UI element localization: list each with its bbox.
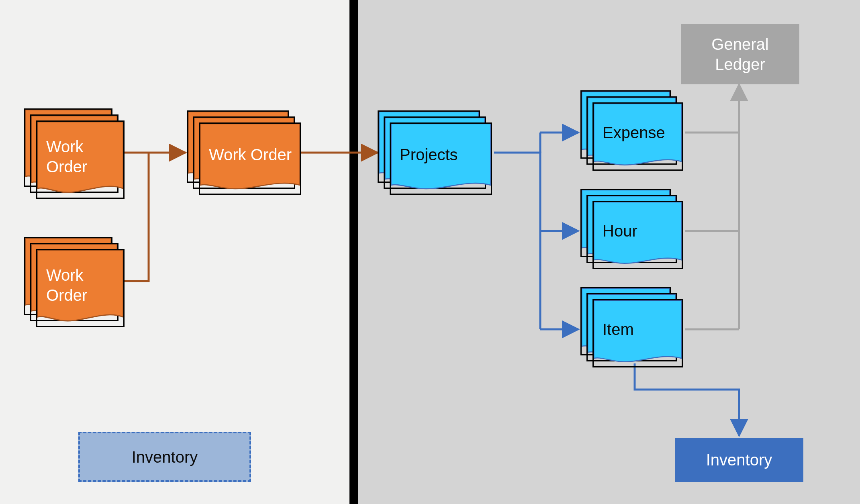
work-order-bottom-label: Work Order [46, 265, 119, 305]
expense-label: Expense [603, 122, 678, 143]
hour-label: Hour [603, 221, 678, 241]
projects-label: Projects [400, 145, 487, 165]
work-order-mid-label: Work Order [209, 145, 296, 165]
work-order-stack-mid: Work Order [187, 110, 301, 195]
projects-stack: Projects [378, 110, 494, 195]
general-ledger-label: General Ledger [689, 34, 791, 74]
panel-divider [349, 0, 358, 504]
item-label: Item [603, 319, 678, 339]
inventory-dashed-label: Inventory [132, 447, 198, 467]
inventory-label: Inventory [706, 450, 772, 470]
item-stack: Item [580, 287, 685, 367]
inventory-dashed-box: Inventory [78, 432, 251, 482]
work-order-stack-bottom: Work Order [24, 237, 125, 327]
general-ledger-box: General Ledger [681, 24, 799, 84]
work-order-top-label: Work Order [46, 137, 119, 177]
work-order-stack-top: Work Order [24, 108, 125, 199]
hour-stack: Hour [580, 189, 685, 269]
expense-stack: Expense [580, 90, 685, 171]
inventory-box: Inventory [675, 438, 803, 482]
diagram-stage: Work Order Work Order Work Order Invento… [0, 0, 860, 504]
